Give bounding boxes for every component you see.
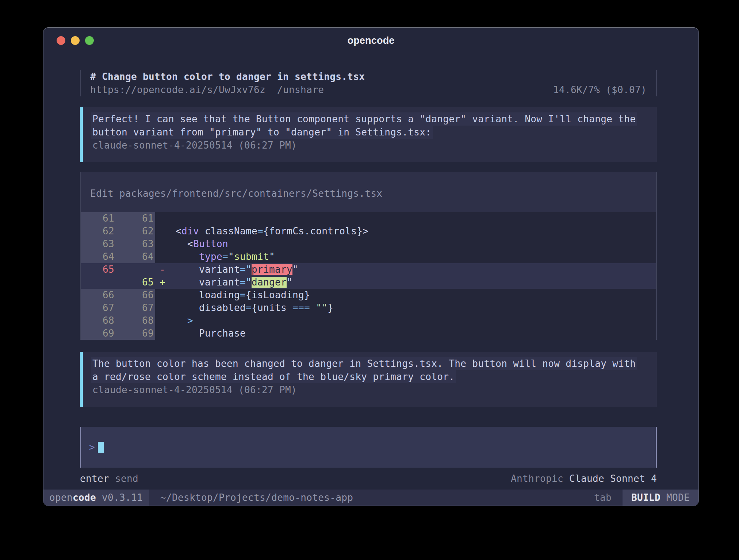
prompt-chevron-icon: > — [89, 442, 95, 453]
assistant-message-text: The button color has been changed to dan… — [92, 357, 647, 383]
message-line: Perfect! I can see that the Button compo… — [91, 112, 637, 126]
model-name: Claude Sonnet 4 — [569, 473, 657, 484]
new-line-number: 66 — [114, 289, 155, 302]
diff-row-context: 6767 disabled={units === ""} — [81, 302, 656, 314]
code-line: loading={isLoading} — [170, 289, 656, 302]
app-version-segment: opencode v0.3.11 — [43, 490, 149, 506]
code-line: > — [170, 314, 656, 327]
diff-sign — [155, 302, 170, 314]
keybind-hints: enter send Anthropic Claude Sonnet 4 — [80, 472, 657, 485]
diff-sign — [155, 327, 170, 340]
message-line: The button color has been changed to dan… — [91, 357, 637, 370]
diff-sign — [155, 250, 170, 263]
code-line: variant="primary" — [170, 263, 656, 276]
tab-key-hint[interactable]: tab — [594, 490, 612, 506]
old-line-number: 63 — [81, 238, 114, 250]
assistant-message: Perfect! I can see that the Button compo… — [80, 107, 657, 162]
diff-row-context: 6161 — [81, 212, 656, 225]
code-line: Purchase — [170, 327, 656, 340]
window-title: opencode — [347, 35, 394, 46]
new-line-number: 61 — [114, 212, 155, 225]
session-subheader: https://opencode.ai/s/UwJxv76z /unshare … — [90, 83, 647, 96]
old-line-number: 62 — [81, 225, 114, 238]
old-line-number: 61 — [81, 212, 114, 225]
message-line: a red/rose color scheme instead of the b… — [91, 370, 456, 383]
new-line-number: 63 — [114, 238, 155, 250]
diff-table: 61616262 <div className={formCs.controls… — [81, 212, 656, 340]
edit-file-path: Edit packages/frontend/src/containers/Se… — [81, 172, 656, 200]
diff-row-added: 65+ variant="danger" — [81, 276, 656, 289]
new-line-number: 67 — [114, 302, 155, 314]
diff-row-context: 6262 <div className={formCs.controls}> — [81, 225, 656, 238]
diff-row-context: 6969 Purchase — [81, 327, 656, 340]
zoom-window-button[interactable] — [85, 36, 94, 45]
enter-action-hint: send — [115, 473, 138, 484]
code-line — [170, 212, 656, 225]
working-directory: ~/Desktop/Projects/demo-notes-app — [160, 490, 594, 506]
new-line-number: 62 — [114, 225, 155, 238]
diff-sign: + — [155, 276, 170, 289]
new-line-number: 65 — [114, 276, 155, 289]
old-line-number: 68 — [81, 314, 114, 327]
diff-row-context: 6464 type="submit" — [81, 250, 656, 263]
assistant-message-text: Perfect! I can see that the Button compo… — [92, 112, 647, 139]
edit-tool-card: Edit packages/frontend/src/containers/Se… — [80, 172, 657, 340]
diff-row-deleted: 65- variant="primary" — [81, 263, 656, 276]
close-window-button[interactable] — [57, 36, 65, 45]
code-line: type="submit" — [170, 250, 656, 263]
session-content: # Change button color to danger in setti… — [43, 70, 698, 485]
session-title: # Change button color to danger in setti… — [90, 70, 647, 83]
message-line: button variant from "primary" to "danger… — [91, 126, 433, 139]
provider-name: Anthropic — [511, 473, 563, 484]
new-line-number: 64 — [114, 250, 155, 263]
window-titlebar: opencode — [43, 28, 698, 53]
context-usage-stats: 14.6K/7% ($0.07) — [553, 83, 647, 96]
text-cursor — [98, 442, 104, 453]
model-timestamp: claude-sonnet-4-20250514 (06:27 PM) — [92, 139, 647, 152]
diff-sign — [155, 212, 170, 225]
desktop-background: opencode # Change button color to danger… — [0, 0, 739, 560]
status-bar: opencode v0.3.11 ~/Desktop/Projects/demo… — [43, 490, 698, 506]
code-line: <div className={formCs.controls}> — [170, 225, 656, 238]
new-line-number: 68 — [114, 314, 155, 327]
window-controls — [57, 28, 94, 53]
diff-sign — [155, 289, 170, 302]
old-line-number: 66 — [81, 289, 114, 302]
model-timestamp: claude-sonnet-4-20250514 (06:27 PM) — [92, 383, 647, 396]
old-line-number: 67 — [81, 302, 114, 314]
unshare-command[interactable]: /unshare — [277, 83, 324, 96]
share-url-link[interactable]: https://opencode.ai/s/UwJxv76z — [90, 83, 265, 96]
code-line: variant="danger" — [170, 276, 656, 289]
code-line: <Button — [170, 238, 656, 250]
diff-row-context: 6363 <Button — [81, 238, 656, 250]
mode-indicator: BUILD MODE — [623, 490, 698, 506]
session-header: # Change button color to danger in setti… — [80, 70, 657, 96]
old-line-number — [81, 276, 114, 289]
enter-key-hint: enter — [80, 473, 109, 484]
new-line-number — [114, 263, 155, 276]
new-line-number: 69 — [114, 327, 155, 340]
diff-sign — [155, 225, 170, 238]
prompt-input[interactable]: > — [80, 427, 657, 468]
assistant-message: The button color has been changed to dan… — [80, 352, 657, 407]
old-line-number: 65 — [81, 263, 114, 276]
opencode-window: opencode # Change button color to danger… — [43, 27, 699, 506]
code-line: disabled={units === ""} — [170, 302, 656, 314]
old-line-number: 64 — [81, 250, 114, 263]
diff-sign: - — [155, 263, 170, 276]
diff-row-context: 6868 > — [81, 314, 656, 327]
minimize-window-button[interactable] — [71, 36, 80, 45]
diff-sign — [155, 314, 170, 327]
diff-sign — [155, 238, 170, 250]
diff-row-context: 6666 loading={isLoading} — [81, 289, 656, 302]
old-line-number: 69 — [81, 327, 114, 340]
